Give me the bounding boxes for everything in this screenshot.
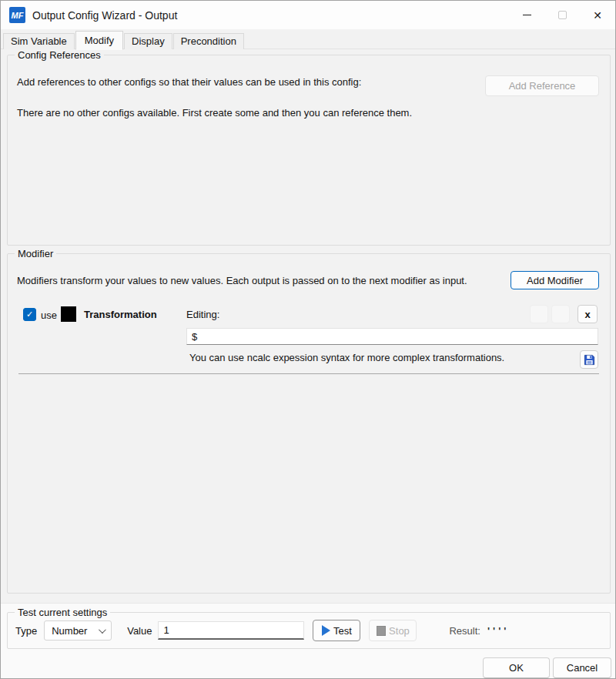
- window-title: Output Config Wizard - Output: [32, 9, 177, 22]
- maximize-icon: [558, 11, 567, 19]
- value-input[interactable]: [158, 621, 304, 640]
- app-logo-icon: MF: [9, 7, 25, 23]
- tab-display[interactable]: Display: [124, 33, 172, 49]
- modifier-group: Modifier Modifiers transform your values…: [7, 253, 611, 594]
- minimize-button[interactable]: [509, 1, 544, 29]
- stop-icon: [377, 626, 386, 636]
- tab-modify[interactable]: Modify: [75, 31, 123, 50]
- use-checkbox-label: use: [41, 309, 57, 321]
- save-floppy-icon: [584, 354, 595, 366]
- close-icon: ✕: [593, 10, 602, 21]
- play-icon: [322, 625, 330, 636]
- test-settings-row: Type Number Value Test Stop Result: '''': [15, 613, 602, 648]
- value-label: Value: [127, 625, 152, 637]
- minimize-icon: [523, 15, 531, 15]
- test-settings-group: Test current settings Type Number Value …: [7, 612, 611, 649]
- move-modifier-down-button[interactable]: [551, 305, 570, 323]
- modifier-color-swatch: [61, 306, 76, 322]
- chevron-down-icon: [99, 626, 106, 634]
- move-modifier-up-button[interactable]: [530, 305, 548, 323]
- maximize-button[interactable]: [544, 1, 580, 29]
- type-select-value: Number: [52, 625, 87, 637]
- tab-sim-variable[interactable]: Sim Variable: [3, 33, 75, 49]
- ncalc-hint-text: You can use ncalc expession syntax for m…: [189, 352, 504, 363]
- type-select[interactable]: Number: [44, 620, 112, 641]
- result-label: Result:: [449, 625, 480, 637]
- output-config-wizard-window: MF Output Config Wizard - Output ✕ Sim V…: [0, 0, 616, 679]
- close-button[interactable]: ✕: [580, 1, 615, 29]
- result-value: '''': [487, 625, 509, 637]
- bottom-panel: Test current settings Type Number Value …: [1, 603, 615, 678]
- config-references-description: Add references to other configs so that …: [17, 76, 361, 88]
- config-references-empty-message: There are no other configs available. Fi…: [17, 107, 412, 119]
- ok-button[interactable]: OK: [483, 657, 550, 678]
- type-label: Type: [15, 625, 37, 637]
- use-modifier-checkbox[interactable]: ✓: [23, 308, 36, 321]
- config-references-legend: Config References: [15, 49, 104, 61]
- save-expression-button[interactable]: [580, 350, 598, 369]
- stop-button[interactable]: Stop: [369, 620, 417, 641]
- config-references-group: Config References Add references to othe…: [7, 55, 611, 246]
- modifier-description: Modifiers transform your values to new v…: [17, 275, 467, 286]
- window-controls: ✕: [509, 1, 615, 29]
- test-button-label: Test: [333, 625, 352, 637]
- add-modifier-button[interactable]: Add Modifier: [511, 271, 599, 289]
- app-logo-text: MF: [12, 11, 24, 20]
- delete-modifier-button[interactable]: x: [578, 305, 598, 323]
- test-button[interactable]: Test: [313, 620, 360, 641]
- tab-strip: Sim Variable Modify Display Precondition: [3, 30, 245, 49]
- check-icon: ✓: [26, 310, 33, 319]
- modifier-name: Transformation: [84, 309, 157, 320]
- modifier-legend: Modifier: [15, 248, 56, 259]
- editing-label: Editing:: [186, 309, 219, 320]
- tab-precondition[interactable]: Precondition: [173, 33, 244, 49]
- cancel-button[interactable]: Cancel: [553, 657, 611, 678]
- add-reference-button[interactable]: Add Reference: [485, 75, 599, 96]
- stop-button-label: Stop: [389, 625, 410, 637]
- title-bar: MF Output Config Wizard - Output ✕: [1, 1, 615, 29]
- expression-input[interactable]: [186, 328, 598, 345]
- modifier-row-separator: [18, 373, 599, 374]
